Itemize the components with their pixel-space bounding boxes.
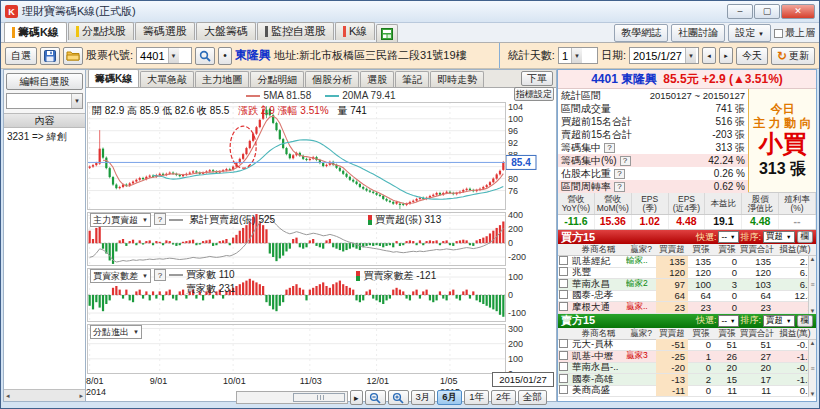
period-button-3月[interactable]: 3月 bbox=[411, 390, 436, 405]
search-button[interactable] bbox=[195, 47, 215, 65]
open-folder-button[interactable] bbox=[63, 47, 83, 65]
settings-button[interactable]: 設定 ▼ bbox=[728, 24, 771, 42]
main-tab-籌碼K線[interactable]: 籌碼K線 bbox=[4, 22, 67, 42]
scroll-right-button[interactable]: ▸ bbox=[350, 390, 363, 405]
edit-watchlist-button[interactable]: 編輯自選股 bbox=[6, 73, 83, 90]
date-next-button[interactable]: ▸ bbox=[719, 47, 733, 64]
always-on-top-checkbox[interactable]: 最上層 bbox=[774, 26, 815, 40]
columns-button[interactable]: 欄 bbox=[797, 315, 814, 327]
watchlist-item[interactable]: 3231 => 緯創 bbox=[4, 128, 85, 146]
quick-select[interactable]: --▼ bbox=[718, 315, 738, 327]
place-order-button[interactable]: 下單 bbox=[521, 71, 553, 86]
refresh-button[interactable]: ↻更新 bbox=[771, 47, 815, 65]
table-scrollbar[interactable]: ▲≡▼ bbox=[808, 256, 816, 314]
chart-tab-主力地圖[interactable]: 主力地圖 bbox=[195, 71, 249, 87]
watchlist-select[interactable]: ▼ bbox=[6, 93, 83, 109]
ma20-color-chip bbox=[325, 95, 339, 97]
chart-tab-選股[interactable]: 選股 bbox=[360, 71, 394, 87]
help-icon[interactable]: ? bbox=[154, 213, 166, 225]
row-checkbox[interactable] bbox=[559, 256, 568, 265]
indicator-settings-button[interactable]: 指標設定 bbox=[514, 87, 554, 101]
zoom-out-button[interactable] bbox=[365, 390, 386, 405]
row-checkbox[interactable] bbox=[559, 385, 568, 394]
sort-select[interactable]: 賣超▼ bbox=[763, 315, 794, 327]
chart-tab-大單急敲[interactable]: 大單急敲 bbox=[140, 71, 194, 87]
row-checkbox[interactable] bbox=[559, 374, 568, 383]
broker-row[interactable]: 美商高盛-11011110.1 bbox=[558, 386, 816, 398]
row-checkbox[interactable] bbox=[559, 267, 568, 276]
row-checkbox[interactable] bbox=[559, 362, 568, 371]
row-checkbox[interactable] bbox=[559, 339, 568, 348]
stock-code-label: 股票代號: bbox=[86, 48, 133, 63]
stat-row: 佔股本比重?0.26 % bbox=[558, 167, 748, 180]
row-checkbox[interactable] bbox=[559, 290, 568, 299]
save-button[interactable] bbox=[40, 47, 60, 65]
sort-select[interactable]: 買超▼ bbox=[763, 231, 794, 243]
chart-tab-筆記[interactable]: 筆記 bbox=[395, 71, 429, 87]
maximize-button[interactable]: ▢ bbox=[754, 4, 780, 19]
main-tab-分點找股[interactable]: 分點找股 bbox=[68, 22, 134, 40]
buyers-legend: 買家數 110 bbox=[186, 269, 235, 280]
financial-value: 4.48 bbox=[742, 215, 779, 229]
broker-row[interactable]: 摩根大通贏家..23230232 bbox=[558, 302, 816, 314]
chart-tab-分點明細[interactable]: 分點明細 bbox=[250, 71, 304, 87]
chart-tab-即時走勢[interactable]: 即時走勢 bbox=[430, 71, 484, 87]
sort-label: 排序: bbox=[741, 314, 762, 327]
table-scrollbar[interactable]: ▲≡▼ bbox=[808, 340, 816, 398]
today-button[interactable]: 今天 bbox=[736, 47, 768, 65]
stat-days-select[interactable]: 1▼ bbox=[558, 47, 598, 64]
financial-values: -11.615.361.024.4819.14.48-- bbox=[558, 215, 816, 230]
community-button[interactable]: 社團討論 bbox=[671, 24, 725, 42]
stock-code-input[interactable]: 4401▼ bbox=[136, 47, 192, 64]
help-icon[interactable]: ? bbox=[604, 143, 615, 153]
new-window-tab[interactable] bbox=[376, 24, 398, 42]
row-checkbox[interactable] bbox=[559, 302, 568, 311]
period-button-全部[interactable]: 全部 bbox=[518, 390, 547, 405]
sellers-legend: 賣家數 231 bbox=[169, 283, 235, 294]
period-button-6月[interactable]: 6月 bbox=[437, 390, 462, 405]
toolbar: 自選 股票代號: 4401▼ • 東隆興 地址:新北市板橋區三民路二段31號19… bbox=[1, 43, 819, 69]
help-icon[interactable]: ? bbox=[154, 269, 166, 281]
favorites-button[interactable]: 自選 bbox=[5, 47, 37, 65]
svg-text:100: 100 bbox=[508, 354, 523, 364]
help-icon[interactable]: ? bbox=[614, 182, 625, 192]
help-icon[interactable]: ? bbox=[620, 156, 631, 166]
quick-select[interactable]: --▼ bbox=[718, 231, 738, 243]
main-tab-監控自選股[interactable]: 監控自選股 bbox=[257, 22, 334, 40]
row-checkbox[interactable] bbox=[559, 351, 568, 360]
winner-tag: 贏家.. bbox=[626, 301, 656, 313]
panel-indicator-select[interactable]: 買賣家數差▼ bbox=[90, 269, 151, 283]
scroll-right-icon[interactable]: ▸ bbox=[79, 392, 83, 400]
date-prev-button[interactable]: ◂ bbox=[702, 47, 716, 64]
sidebar-scrollbar[interactable]: ◂▸ bbox=[4, 389, 85, 401]
candlestick-chart[interactable]: 10410096928884807685.44002000-2001000-10… bbox=[86, 102, 557, 374]
tab-accent-bar bbox=[76, 26, 79, 37]
stat-value: 313 張 bbox=[716, 141, 745, 155]
financial-value: -- bbox=[779, 215, 816, 229]
row-checkbox[interactable] bbox=[559, 279, 568, 288]
minimize-button[interactable]: – bbox=[727, 4, 753, 19]
svg-text:-200: -200 bbox=[508, 252, 526, 262]
main-tab-K線[interactable]: K線 bbox=[335, 22, 375, 40]
scroll-left-icon[interactable]: ◂ bbox=[6, 392, 10, 400]
svg-text:85.4: 85.4 bbox=[511, 157, 531, 168]
main-tab-大盤籌碼[interactable]: 大盤籌碼 bbox=[196, 22, 256, 40]
chart-scrollbar[interactable] bbox=[236, 391, 348, 404]
scrollbar-thumb[interactable] bbox=[293, 393, 345, 402]
panel-indicator-select[interactable]: 主力買賣超▼ bbox=[90, 213, 151, 227]
close-button[interactable]: ✕ bbox=[781, 4, 815, 19]
chart-tab-個股分析[interactable]: 個股分析 bbox=[305, 71, 359, 87]
stock-name-link[interactable]: 東隆興 bbox=[235, 47, 271, 64]
panel-indicator-select[interactable]: 分點進出▼ bbox=[90, 325, 142, 339]
main-tab-籌碼選股[interactable]: 籌碼選股 bbox=[135, 22, 195, 40]
date-input[interactable]: 2015/1/27▼ bbox=[629, 47, 699, 64]
marker-button[interactable]: • bbox=[218, 47, 232, 65]
period-button-2年[interactable]: 2年 bbox=[491, 390, 516, 405]
help-icon[interactable]: ? bbox=[614, 169, 625, 179]
teaching-blog-button[interactable]: 教學網誌 bbox=[614, 24, 668, 42]
chart-tab-籌碼K線[interactable]: 籌碼K線 bbox=[88, 69, 139, 87]
date-value: 2015/1/27 bbox=[633, 50, 682, 62]
columns-button[interactable]: 欄 bbox=[797, 231, 814, 243]
period-button-1年[interactable]: 1年 bbox=[464, 390, 489, 405]
zoom-in-button[interactable] bbox=[388, 390, 409, 405]
